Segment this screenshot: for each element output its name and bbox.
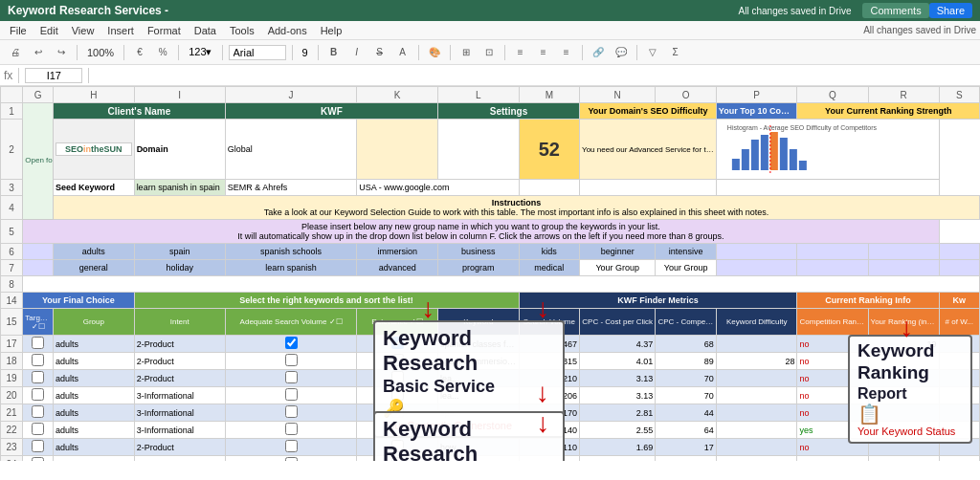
undo-button[interactable]: ↩ [29, 43, 48, 62]
col-m-header[interactable]: M [519, 87, 579, 103]
menu-data[interactable]: Data [189, 23, 222, 38]
menu-edit[interactable]: Edit [34, 23, 64, 38]
font-color-button[interactable]: A [393, 43, 412, 62]
comments-button[interactable]: Comments [862, 3, 928, 18]
seed-kw-label: Seed Keyword [54, 180, 135, 196]
svg-rect-4 [761, 135, 768, 170]
menu-format[interactable]: Format [142, 23, 187, 38]
group-spain[interactable]: spain [134, 244, 225, 260]
seed-kw-value[interactable]: learn spanish in spain [134, 180, 225, 196]
arrow-3: ↓ [536, 378, 549, 408]
search-vol-cb-2[interactable] [285, 354, 298, 366]
share-button[interactable]: Share [929, 3, 972, 18]
corner-header [1, 87, 23, 103]
settings-header: Settings [437, 103, 579, 120]
col-o-header[interactable]: O [656, 87, 716, 103]
kw-word-header: Kw [939, 293, 979, 309]
borders-button[interactable]: ⊞ [457, 43, 476, 62]
top10-header: Your Top 10 Competitors [716, 103, 797, 120]
strikethrough-button[interactable]: S [370, 43, 390, 62]
section-hdr-row-header: 14 [1, 293, 23, 309]
row-4-header: 4 [1, 196, 23, 220]
ranking-strength-header: Your Current Ranking Strength [797, 103, 980, 120]
saved-status: All changes saved in Drive [739, 6, 852, 16]
link-button[interactable]: 🔗 [589, 43, 608, 62]
settings-val [357, 120, 438, 180]
arrow-1: ↑ [421, 296, 434, 327]
italic-button[interactable]: I [347, 43, 367, 62]
menu-insert[interactable]: Insert [101, 23, 140, 38]
group-adults[interactable]: adults [54, 244, 135, 260]
svg-rect-8 [799, 161, 807, 170]
fill-color-button[interactable]: 🎨 [425, 43, 444, 62]
col-j-header[interactable]: J [225, 87, 357, 103]
group-holiday[interactable]: holiday [134, 260, 225, 276]
col-l-header[interactable]: L [437, 87, 519, 103]
col-q-header[interactable]: Q [797, 87, 868, 103]
group-intensive[interactable]: intensive [656, 244, 716, 260]
seo-diff-header: Your Domain's SEO Difficulty [580, 103, 717, 120]
cpc2-col: CPC - Competition [656, 309, 716, 336]
target-cb-2[interactable] [32, 354, 44, 366]
group-schools[interactable]: spanish schools [225, 244, 357, 260]
autosave-status: All changes saved in Drive [863, 25, 976, 35]
arrow-4: ↑ [536, 411, 549, 442]
print-button[interactable]: 🖨 [6, 43, 25, 62]
currency-button[interactable]: € [130, 43, 149, 62]
group-advanced[interactable]: advanced [357, 260, 438, 276]
cpc-col: CPC - Cost per Click [580, 309, 656, 336]
intent-col: Intent [134, 309, 225, 336]
col-p-header[interactable]: P [716, 87, 797, 103]
row-5-header: 5 [1, 220, 23, 244]
row-3-header: 3 [1, 180, 23, 196]
menu-tools[interactable]: Tools [224, 23, 260, 38]
group-beginner[interactable]: beginner [580, 244, 656, 260]
align-center[interactable]: ≡ [534, 43, 553, 62]
comment-button[interactable]: 💬 [612, 43, 631, 62]
svg-rect-2 [742, 149, 749, 170]
row-2-header: 2 [1, 120, 23, 180]
bold-button[interactable]: B [324, 43, 344, 62]
group-your2[interactable]: Your Group [656, 260, 716, 276]
col-i-header[interactable]: I [134, 87, 225, 103]
col-k-header[interactable]: K [357, 87, 438, 103]
kw-diff-col: Keyword Difficulty [716, 309, 797, 336]
filter-button[interactable]: ▽ [643, 43, 662, 62]
target-cb-1[interactable] [32, 337, 44, 349]
align-left[interactable]: ≡ [511, 43, 530, 62]
col-r-header[interactable]: R [868, 87, 939, 103]
menu-help[interactable]: Help [315, 23, 348, 38]
formula-input[interactable]: =IFERROR(VLOOKUP(I17,$A$16:$B$1389,2,FAL… [95, 70, 976, 81]
redo-button[interactable]: ↪ [52, 43, 71, 62]
font-selector[interactable] [229, 45, 286, 60]
group-learn[interactable]: learn spanish [225, 260, 357, 276]
group-your1[interactable]: Your Group [580, 260, 656, 276]
menu-addons[interactable]: Add-ons [262, 23, 313, 38]
kwf-header: KWF [225, 103, 437, 120]
group-general[interactable]: general [54, 260, 135, 276]
formula-bar: fx =IFERROR(VLOOKUP(I17,$A$16:$B$1389,2,… [0, 65, 980, 86]
col-g-header[interactable]: G [23, 87, 54, 103]
search-vol-cb-1[interactable] [285, 337, 298, 349]
menu-file[interactable]: File [4, 23, 33, 38]
percent-button[interactable]: % [153, 43, 172, 62]
font-number: 123▾ [185, 46, 215, 58]
menu-view[interactable]: View [66, 23, 100, 38]
function-button[interactable]: Σ [666, 43, 685, 62]
group-business[interactable]: business [437, 244, 519, 260]
col-h-header[interactable]: H [54, 87, 135, 103]
align-right[interactable]: ≡ [557, 43, 576, 62]
col-n-header[interactable]: N [580, 87, 656, 103]
group-kids[interactable]: kids [519, 244, 579, 260]
instructions-line2: Take a look at our Keyword Selection Gui… [264, 207, 769, 217]
group-immersion[interactable]: immersion [357, 244, 438, 260]
group-program[interactable]: program [437, 260, 519, 276]
domain-label: Domain [134, 120, 225, 180]
cell-reference-input[interactable] [25, 68, 82, 83]
group-medical[interactable]: medical [519, 260, 579, 276]
row-6-header: 6 [1, 244, 23, 260]
toolbar: 🖨 ↩ ↪ 100% € % 123▾ 9 B I S A 🎨 ⊞ ⊡ ≡ ≡ … [0, 40, 980, 65]
ranking-chart: Histogram - Average SEO Difficulty of Co… [716, 120, 939, 180]
merge-button[interactable]: ⊡ [479, 43, 499, 62]
col-s-header[interactable]: S [939, 87, 979, 103]
